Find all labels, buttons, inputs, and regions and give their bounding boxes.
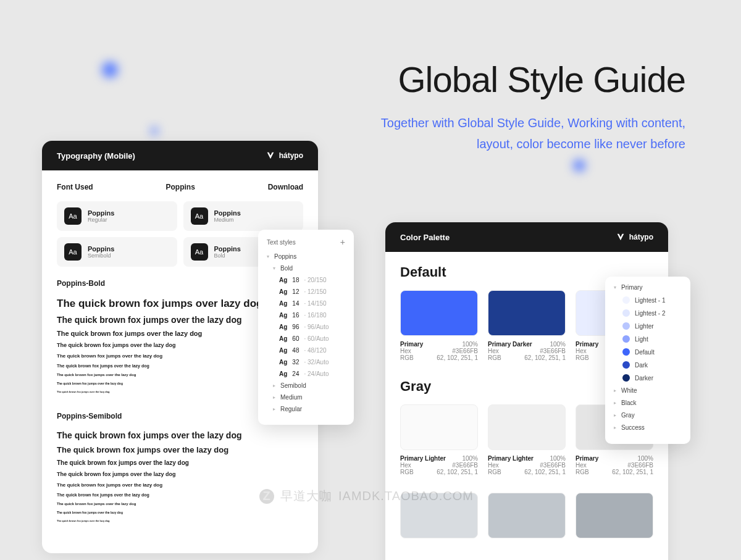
- text-styles-popup: Text styles + ▾Poppins ▾Bold Ag18· 20/15…: [258, 230, 354, 425]
- color-shade-item[interactable]: Lighter: [614, 322, 682, 330]
- color-swatch[interactable]: [488, 493, 566, 543]
- hero-subtitle: Together with Global Style Guide, Workin…: [381, 112, 685, 154]
- card-header: Color Palette hátypo: [385, 222, 668, 252]
- font-name: Poppins: [88, 209, 114, 217]
- color-shade-item[interactable]: Lightest - 2: [614, 309, 682, 317]
- text-style-entry[interactable]: Ag16· 16/180: [267, 312, 345, 319]
- swatch-rgb: 62, 102, 251, 1: [612, 469, 653, 475]
- chevron-down-icon: ▾: [273, 265, 275, 271]
- text-style-entry[interactable]: Ag14· 14/150: [267, 300, 345, 307]
- logo-icon: [616, 232, 626, 242]
- tree-item[interactable]: ▸White: [614, 387, 682, 394]
- text-style-entry[interactable]: Ag18· 20/150: [267, 277, 345, 283]
- swatch-name: Primary: [576, 455, 598, 462]
- aa-icon: Aa: [191, 243, 208, 261]
- color-dot-icon: [622, 374, 630, 382]
- tree-item[interactable]: ▸Regular: [267, 406, 345, 412]
- text-style-entry[interactable]: Ag60· 60/Auto: [267, 335, 345, 342]
- swatch-pct: 100%: [637, 455, 653, 462]
- color-dot-icon: [622, 361, 630, 369]
- card-title: Color Palette: [400, 233, 450, 242]
- tree-item[interactable]: ▸Black: [614, 399, 682, 406]
- font-name: Poppins: [214, 245, 241, 253]
- sample-line: The quick brown fox jumps over the lazy …: [57, 430, 303, 440]
- color-shade-item[interactable]: Dark: [614, 361, 682, 369]
- sample-block: Poppins-SemiboldThe quick brown fox jump…: [57, 412, 303, 522]
- decorative-dot: [573, 159, 585, 172]
- font-weight: Regular: [88, 217, 114, 223]
- text-style-entry[interactable]: Ag48· 48/120: [267, 347, 345, 354]
- swatch-color: [576, 493, 653, 538]
- color-shade-item[interactable]: Default: [614, 348, 682, 356]
- tree-item[interactable]: ▸Semibold: [267, 382, 345, 389]
- tree-item[interactable]: ▾Primary: [614, 284, 682, 291]
- swatch-hex: #3E66FB: [627, 462, 653, 469]
- decorative-dot: [102, 62, 118, 78]
- font-chip[interactable]: AaPoppinsSemibold: [57, 237, 177, 267]
- color-swatch[interactable]: [576, 493, 653, 543]
- sample-line: The quick brown fox jumps over the lazy …: [57, 445, 303, 454]
- chevron-right-icon: ▸: [614, 412, 616, 418]
- chevron-right-icon: ▸: [614, 425, 616, 430]
- swatch-color: [488, 290, 566, 336]
- swatch-label: Hex: [400, 348, 411, 354]
- color-shade-item[interactable]: Light: [614, 335, 682, 343]
- swatch-label: Hex: [400, 462, 411, 469]
- sample-line: The quick brown fox jumps over the lazy …: [57, 511, 303, 514]
- swatch-color: [488, 493, 566, 538]
- text-style-entry[interactable]: Ag24· 24/Auto: [267, 370, 345, 377]
- font-chip[interactable]: AaPoppinsMedium: [183, 201, 304, 231]
- watermark: Z 早道大咖 IAMDK.TAOBAO.COM: [259, 488, 474, 504]
- font-name: Poppins: [88, 245, 114, 253]
- ag-icon: Ag: [279, 288, 287, 295]
- color-swatch[interactable]: Primary Lighter100% Hex#3E66FB RGB62, 10…: [400, 404, 478, 475]
- ag-icon: Ag: [279, 312, 287, 319]
- font-weight: Semibold: [88, 253, 114, 259]
- aa-icon: Aa: [64, 243, 82, 261]
- aa-icon: Aa: [191, 207, 208, 225]
- color-dot-icon: [622, 335, 630, 343]
- swatch-color: [488, 404, 566, 450]
- tree-item[interactable]: ▸Medium: [267, 394, 345, 401]
- hero: Global Style Guide Together with Global …: [381, 59, 685, 154]
- add-icon[interactable]: +: [340, 237, 345, 247]
- swatch-label: Hex: [576, 462, 587, 469]
- color-shade-item[interactable]: Lightest - 1: [614, 296, 682, 304]
- swatch-label: Hex: [488, 348, 499, 354]
- color-swatch[interactable]: Primary Lighter100% Hex#3E66FB RGB62, 10…: [488, 404, 566, 475]
- swatch-hex: #3E66FB: [540, 348, 566, 354]
- ag-icon: Ag: [279, 347, 287, 354]
- brand-logo: hátypo: [616, 232, 653, 242]
- color-swatch[interactable]: Primary100% Hex#3E66FB RGB62, 102, 251, …: [400, 290, 478, 361]
- text-style-entry[interactable]: Ag96· 96/Auto: [267, 324, 345, 330]
- watermark-icon: Z: [259, 489, 274, 504]
- tree-item[interactable]: ▾Poppins: [267, 253, 345, 260]
- swatch-color: [400, 404, 478, 450]
- swatch-name: Primary Darker: [488, 341, 532, 348]
- swatch-rgb: 62, 102, 251, 1: [437, 354, 478, 361]
- swatch-pct: 100%: [550, 341, 566, 348]
- ag-icon: Ag: [279, 300, 287, 307]
- swatch-rgb: 62, 102, 251, 1: [524, 354, 566, 361]
- chevron-down-icon: ▾: [614, 285, 616, 290]
- color-list-popup: ▾Primary Lightest - 1Lightest - 2Lighter…: [605, 277, 690, 444]
- tree-item[interactable]: ▸Gray: [614, 412, 682, 419]
- swatch-name: Primary: [576, 341, 598, 348]
- text-style-entry[interactable]: Ag32· 32/Auto: [267, 359, 345, 366]
- swatch-label: RGB: [576, 469, 589, 475]
- swatch-pct: 100%: [550, 455, 566, 462]
- color-swatch[interactable]: Primary Darker100% Hex#3E66FB RGB62, 102…: [488, 290, 566, 361]
- tree-item[interactable]: ▸Success: [614, 424, 682, 431]
- text-style-entry[interactable]: Ag12· 12/150: [267, 288, 345, 295]
- swatch-hex: #3E66FB: [540, 462, 566, 469]
- tree-item[interactable]: ▾Bold: [267, 265, 345, 272]
- color-dot-icon: [622, 309, 630, 317]
- color-dot-icon: [622, 348, 630, 356]
- sample-line: The quick brown fox jumps over the lazy …: [57, 482, 303, 488]
- font-chip[interactable]: AaPoppinsRegular: [57, 201, 177, 231]
- swatch-name: Primary Lighter: [488, 455, 534, 462]
- color-shade-item[interactable]: Darker: [614, 374, 682, 382]
- ag-icon: Ag: [279, 335, 287, 342]
- swatch-rgb: 62, 102, 251, 1: [437, 469, 478, 475]
- color-dot-icon: [622, 322, 630, 330]
